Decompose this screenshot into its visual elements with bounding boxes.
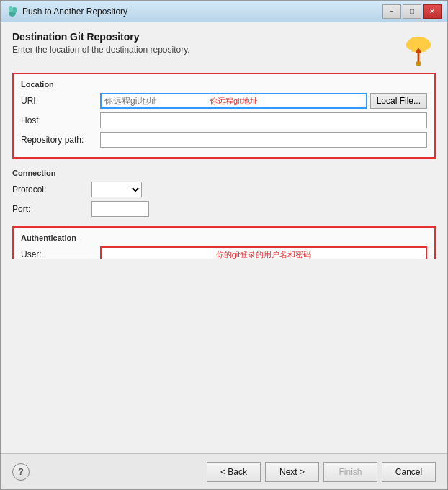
protocol-label: Protocol: [12,184,91,195]
header-text: Destination Git Repository Enter the loc… [12,31,401,55]
auth-label: Authentication [21,233,427,242]
window-title: Push to Another Repository [22,6,127,17]
main-content: Destination Git Repository Enter the loc… [1,22,447,453]
close-button[interactable]: ✕ [423,4,442,19]
button-bar: ? < Back Next > Finish Cancel [1,453,447,489]
host-label: Host: [21,115,100,125]
cloud-push-icon [403,31,434,66]
title-bar-left: Push to Another Repository [6,6,127,17]
uri-input[interactable] [100,93,367,109]
svg-rect-9 [416,61,421,66]
minimize-button[interactable]: − [382,4,401,19]
cloud-icon-container [401,31,436,66]
svg-point-2 [9,6,13,12]
restore-button[interactable]: □ [403,4,421,19]
cancel-button[interactable]: Cancel [382,462,436,482]
port-row: Port: [12,201,436,217]
page-subtitle: Enter the location of the destination re… [12,45,401,55]
user-row: User: 你的git登录的用户名和密码 [21,246,427,259]
connection-label: Connection [12,169,436,177]
uri-input-wrapper: 你远程git地址 [100,93,367,109]
repo-path-input[interactable] [100,132,427,148]
auth-section: Authentication User: 你的git登录的用户名和密码 Pass… [12,226,436,259]
page-title: Destination Git Repository [12,31,401,43]
dialog-buttons: < Back Next > Finish Cancel [207,462,436,482]
repo-path-label: Repository path: [21,135,100,145]
uri-label: URI: [21,96,100,106]
connection-section: Connection Protocol: https http ssh Port… [12,164,436,223]
header-area: Destination Git Repository Enter the loc… [12,31,436,66]
user-input[interactable] [100,246,427,259]
port-input[interactable] [91,201,149,217]
help-button[interactable]: ? [12,463,30,481]
location-section: Location URI: 你远程git地址 Local File... Hos… [12,73,436,159]
finish-button[interactable]: Finish [323,462,377,482]
protocol-select[interactable]: https http ssh [91,182,142,197]
host-input[interactable] [100,112,427,128]
title-bar-controls: − □ ✕ [382,4,442,19]
local-file-button[interactable]: Local File... [370,93,427,109]
repo-path-row: Repository path: [21,132,427,148]
port-label: Port: [12,204,91,214]
user-label: User: [21,249,100,259]
uri-row: URI: 你远程git地址 Local File... [21,93,427,109]
title-bar: Push to Another Repository − □ ✕ [1,1,447,22]
user-input-wrapper: 你的git登录的用户名和密码 [100,246,427,259]
next-button[interactable]: Next > [265,462,319,482]
back-button[interactable]: < Back [207,462,261,482]
location-label: Location [21,80,427,89]
form-area: Location URI: 你远程git地址 Local File... Hos… [12,73,436,259]
protocol-row: Protocol: https http ssh [12,182,436,197]
host-row: Host: [21,112,427,128]
app-icon [6,6,18,17]
main-window: Push to Another Repository − □ ✕ Destina… [0,0,448,490]
